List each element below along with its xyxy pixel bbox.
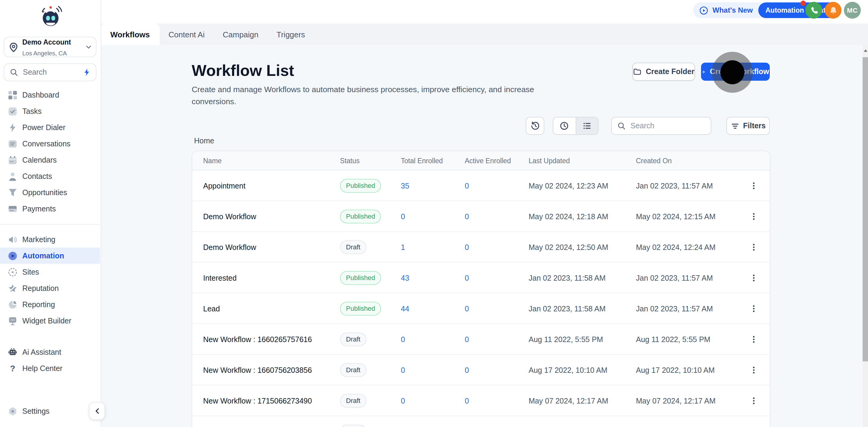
phone-button[interactable] xyxy=(805,2,822,19)
user-avatar[interactable]: MC xyxy=(844,2,861,19)
row-actions-button[interactable] xyxy=(746,424,761,427)
sidebar-item-payments[interactable]: Payments xyxy=(0,201,100,217)
workflow-name-link[interactable]: Demo Workflow xyxy=(203,243,256,252)
total-enrolled-link[interactable]: 43 xyxy=(401,274,409,283)
sidebar-item-power-dialer[interactable]: Power Dialer xyxy=(0,119,100,135)
row-actions-button[interactable] xyxy=(746,332,761,346)
sidebar-item-label: Dashboard xyxy=(22,91,59,99)
row-actions-button[interactable] xyxy=(746,240,761,254)
breadcrumb[interactable]: Home xyxy=(194,137,214,145)
ai-spark-icon[interactable] xyxy=(83,68,91,76)
tab-triggers[interactable]: Triggers xyxy=(268,24,314,45)
status-cell: Draft xyxy=(340,363,401,377)
notifications-button[interactable] xyxy=(825,2,841,19)
list-view-button[interactable] xyxy=(575,118,598,134)
column-header-total-enrolled[interactable]: Total Enrolled xyxy=(401,157,465,164)
workflow-name-link[interactable]: Interested xyxy=(203,274,237,283)
actions-cell xyxy=(737,393,770,408)
row-actions-button[interactable] xyxy=(746,209,761,224)
sidebar-item-widget-builder[interactable]: Widget Builder xyxy=(0,313,100,329)
sidebar-item-contacts[interactable]: Contacts xyxy=(0,168,100,184)
active-enrolled-link[interactable]: 0 xyxy=(465,305,469,313)
status-badge: Draft xyxy=(340,363,367,377)
active-enrolled-link[interactable]: 0 xyxy=(465,366,469,374)
total-enrolled-link[interactable]: 44 xyxy=(401,305,409,313)
sidebar-item-tasks[interactable]: Tasks xyxy=(0,103,100,119)
workflow-name-link[interactable]: New Workflow : 1660265757616 xyxy=(203,335,312,344)
search-icon xyxy=(617,122,626,130)
workflow-name-link[interactable]: New Workflow : 1715066273490 xyxy=(203,397,312,405)
column-header-created-on[interactable]: Created On xyxy=(636,157,737,164)
location-pin-icon xyxy=(8,42,19,52)
sidebar-item-conversations[interactable]: Conversations xyxy=(0,135,100,152)
sidebar-item-reporting[interactable]: Reporting xyxy=(0,296,100,313)
active-enrolled-link[interactable]: 0 xyxy=(465,182,469,190)
active-enrolled-link[interactable]: 0 xyxy=(465,243,469,252)
sidebar-search[interactable] xyxy=(4,63,96,81)
total-enrolled-link[interactable]: 0 xyxy=(401,397,405,405)
create-folder-button[interactable]: Create Folder xyxy=(632,63,695,81)
last-updated-cell: May 02 2024, 12:23 AM xyxy=(529,180,636,191)
row-actions-button[interactable] xyxy=(746,178,761,193)
actions-cell xyxy=(737,209,770,224)
workflow-name-link[interactable]: Demo Workflow xyxy=(203,212,256,221)
whats-new-label: What's New xyxy=(712,6,753,14)
total-enrolled-link[interactable]: 1 xyxy=(401,243,405,252)
sidebar-item-reputation[interactable]: Reputation xyxy=(0,280,100,296)
sidebar-item-automation[interactable]: Automation xyxy=(0,248,100,264)
filters-button[interactable]: Filters xyxy=(726,117,770,135)
name-cell: Demo Workflow xyxy=(203,241,340,252)
sidebar-item-label: Sites xyxy=(22,268,39,276)
total-enrolled-link[interactable]: 35 xyxy=(401,182,409,190)
sidebar-item-help-center[interactable]: ?Help Center xyxy=(0,360,100,376)
row-actions-button[interactable] xyxy=(746,270,761,285)
last-updated-value: May 02 2024, 12:50 AM xyxy=(529,243,608,252)
workflow-name-link[interactable]: New Workflow : 1660756203856 xyxy=(203,366,312,374)
reporting-icon xyxy=(8,300,18,309)
tab-content-ai[interactable]: Content Ai xyxy=(159,24,214,45)
sidebar-search-input[interactable] xyxy=(22,67,83,77)
table-row: New Workflow : 1660756203856Draft00Aug 1… xyxy=(192,354,770,385)
sidebar-collapse-button[interactable] xyxy=(89,402,105,420)
scrollbar-thumb[interactable] xyxy=(863,57,868,361)
column-header-name[interactable]: Name xyxy=(203,157,340,164)
total-enrolled-link[interactable]: 0 xyxy=(401,335,405,344)
recent-view-button[interactable] xyxy=(553,118,575,134)
active-enrolled-link[interactable]: 0 xyxy=(465,397,469,405)
status-cell: Published xyxy=(340,271,401,285)
tab-workflows[interactable]: Workflows xyxy=(101,24,159,45)
active-enrolled-link[interactable]: 0 xyxy=(465,212,469,221)
total-enrolled-link[interactable]: 0 xyxy=(401,212,405,221)
table-search-input[interactable] xyxy=(629,121,705,131)
row-actions-button[interactable] xyxy=(746,393,761,408)
sidebar-item-opportunities[interactable]: Opportunities xyxy=(0,184,100,201)
column-header-active-enrolled[interactable]: Active Enrolled xyxy=(465,157,529,164)
name-cell: Appointment xyxy=(203,180,340,191)
scrollbar-up-arrow[interactable] xyxy=(863,45,868,56)
sidebar-item-marketing[interactable]: Marketing xyxy=(0,231,100,248)
sidebar-item-ai-assistant[interactable]: Ai Assistant xyxy=(0,344,100,360)
active-enrolled-link[interactable]: 0 xyxy=(465,335,469,344)
total-enrolled-link[interactable]: 0 xyxy=(401,366,405,374)
sidebar-item-sites[interactable]: Sites xyxy=(0,264,100,280)
created-on-cell: Jan 02 2023, 11:57 AM xyxy=(636,272,737,283)
workflow-name-link[interactable]: Appointment xyxy=(203,182,245,190)
name-cell: New Workflow : 1660756203856 xyxy=(203,364,340,375)
sidebar-item-settings[interactable]: Settings xyxy=(0,403,100,419)
history-button[interactable] xyxy=(526,117,544,135)
column-header-last-updated[interactable]: Last Updated xyxy=(529,157,636,164)
vertical-scrollbar[interactable] xyxy=(863,45,868,427)
kebab-icon xyxy=(749,365,758,374)
sidebar-item-calendars[interactable]: Calendars xyxy=(0,152,100,168)
row-actions-button[interactable] xyxy=(746,363,761,377)
sidebar-item-dashboard[interactable]: Dashboard xyxy=(0,87,100,103)
search-icon xyxy=(10,68,18,76)
row-actions-button[interactable] xyxy=(746,301,761,316)
account-switcher[interactable]: Demo Account Los Angeles, CA xyxy=(4,37,96,57)
table-search[interactable] xyxy=(611,117,711,135)
active-enrolled-link[interactable]: 0 xyxy=(465,274,469,283)
tab-campaign[interactable]: Campaign xyxy=(214,24,268,45)
sidebar-item-label: Tasks xyxy=(22,107,41,115)
workflow-name-link[interactable]: Lead xyxy=(203,305,220,313)
column-header-status[interactable]: Status xyxy=(340,157,401,164)
